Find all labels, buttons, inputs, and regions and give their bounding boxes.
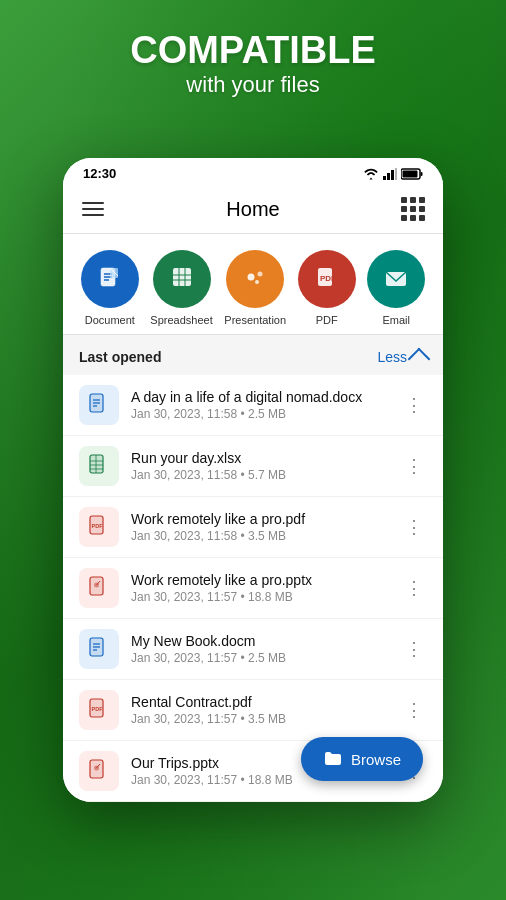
spreadsheet-icon-circle [153, 250, 211, 308]
browse-label: Browse [351, 751, 401, 768]
hero-title: COMPATIBLE [0, 30, 506, 72]
presentation-label: Presentation [224, 314, 286, 326]
more-options-button[interactable]: ⋮ [401, 451, 427, 481]
status-bar: 12:30 [63, 158, 443, 185]
email-icon-circle [367, 250, 425, 308]
app-bar: Home [63, 185, 443, 234]
svg-rect-0 [383, 176, 386, 180]
list-item[interactable]: Work remotely like a pro.pptx Jan 30, 20… [63, 558, 443, 619]
phone-container: 12:30 [63, 158, 443, 802]
svg-text:PDF: PDF [92, 706, 104, 712]
wifi-icon [363, 168, 379, 180]
pdf-label: PDF [316, 314, 338, 326]
battery-icon [401, 168, 423, 180]
spreadsheet-label: Spreadsheet [150, 314, 212, 326]
status-icons [363, 168, 423, 180]
menu-line-3 [82, 214, 104, 216]
status-time: 12:30 [83, 166, 116, 181]
svg-text:PDF: PDF [320, 274, 336, 283]
svg-point-19 [258, 272, 263, 277]
pptx-file-icon [87, 576, 111, 600]
email-icon [382, 265, 410, 293]
file-type-document[interactable]: Document [81, 250, 139, 326]
document-icon [96, 265, 124, 293]
svg-point-18 [248, 274, 255, 281]
browse-button[interactable]: Browse [301, 737, 423, 781]
file-icon-xlsx [79, 446, 119, 486]
more-options-button[interactable]: ⋮ [401, 390, 427, 420]
list-item[interactable]: Our Trips.pptx Jan 30, 2023, 11:57 • 18.… [63, 741, 443, 802]
more-options-button[interactable]: ⋮ [401, 573, 427, 603]
docm-file-icon [87, 637, 111, 661]
spreadsheet-icon [168, 265, 196, 293]
file-list: A day in a life of a digital nomad.docx … [63, 375, 443, 802]
menu-line-1 [82, 202, 104, 204]
file-icon-docx [79, 385, 119, 425]
last-opened-header: Last opened Less [63, 334, 443, 375]
chevron-up-icon [408, 348, 431, 371]
file-name: Rental Contract.pdf [131, 694, 389, 710]
more-options-button[interactable]: ⋮ [401, 512, 427, 542]
file-icon-pptx [79, 568, 119, 608]
file-type-email[interactable]: Email [367, 250, 425, 326]
file-info: Work remotely like a pro.pdf Jan 30, 202… [131, 511, 389, 543]
file-icon-pptx-2 [79, 751, 119, 791]
hero-section: COMPATIBLE with your files [0, 30, 506, 98]
file-type-pdf[interactable]: PDF PDF [298, 250, 356, 326]
pdf-file-icon-2: PDF [87, 698, 111, 722]
file-info: A day in a life of a digital nomad.docx … [131, 389, 389, 421]
hero-subtitle: with your files [0, 72, 506, 98]
file-meta: Jan 30, 2023, 11:57 • 18.8 MB [131, 590, 389, 604]
file-icon-docm [79, 629, 119, 669]
pdf-icon-circle: PDF [298, 250, 356, 308]
menu-button[interactable] [79, 195, 107, 223]
svg-rect-5 [403, 170, 418, 177]
file-icon-pdf: PDF [79, 507, 119, 547]
file-meta: Jan 30, 2023, 11:58 • 2.5 MB [131, 407, 389, 421]
file-type-presentation[interactable]: Presentation [224, 250, 286, 326]
xlsx-file-icon [87, 454, 111, 478]
less-button[interactable]: Less [377, 347, 427, 367]
list-item[interactable]: PDF Rental Contract.pdf Jan 30, 2023, 11… [63, 680, 443, 741]
app-title: Home [226, 198, 279, 221]
grid-view-button[interactable] [399, 195, 427, 223]
more-options-button[interactable]: ⋮ [401, 634, 427, 664]
document-label: Document [85, 314, 135, 326]
more-options-button[interactable]: ⋮ [401, 695, 427, 725]
svg-rect-3 [395, 168, 397, 180]
svg-rect-29 [90, 455, 103, 473]
file-types-row: Document Spreadsheet [63, 234, 443, 334]
svg-rect-1 [387, 173, 390, 180]
list-item[interactable]: My New Book.docm Jan 30, 2023, 11:57 • 2… [63, 619, 443, 680]
svg-text:PDF: PDF [92, 523, 104, 529]
document-icon-circle [81, 250, 139, 308]
list-item[interactable]: A day in a life of a digital nomad.docx … [63, 375, 443, 436]
section-title: Last opened [79, 349, 161, 365]
menu-line-2 [82, 208, 104, 210]
file-meta: Jan 30, 2023, 11:58 • 3.5 MB [131, 529, 389, 543]
phone-frame: 12:30 [63, 158, 443, 802]
svg-rect-2 [391, 170, 394, 180]
svg-rect-6 [421, 172, 423, 176]
file-name: Run your day.xlsx [131, 450, 389, 466]
presentation-icon [241, 265, 269, 293]
file-icon-pdf-2: PDF [79, 690, 119, 730]
email-label: Email [382, 314, 410, 326]
grid-dots [401, 197, 425, 221]
file-name: Work remotely like a pro.pptx [131, 572, 389, 588]
file-meta: Jan 30, 2023, 11:57 • 2.5 MB [131, 651, 389, 665]
file-info: Run your day.xlsx Jan 30, 2023, 11:58 • … [131, 450, 389, 482]
list-item[interactable]: Run your day.xlsx Jan 30, 2023, 11:58 • … [63, 436, 443, 497]
file-name: My New Book.docm [131, 633, 389, 649]
signal-icon [383, 168, 397, 180]
file-meta: Jan 30, 2023, 11:57 • 3.5 MB [131, 712, 389, 726]
list-item[interactable]: PDF Work remotely like a pro.pdf Jan 30,… [63, 497, 443, 558]
less-label: Less [377, 349, 407, 365]
file-info: My New Book.docm Jan 30, 2023, 11:57 • 2… [131, 633, 389, 665]
svg-rect-13 [173, 268, 191, 286]
pptx-file-icon-2 [87, 759, 111, 783]
presentation-icon-circle [226, 250, 284, 308]
file-name: Work remotely like a pro.pdf [131, 511, 389, 527]
pdf-icon: PDF [313, 265, 341, 293]
file-type-spreadsheet[interactable]: Spreadsheet [150, 250, 212, 326]
